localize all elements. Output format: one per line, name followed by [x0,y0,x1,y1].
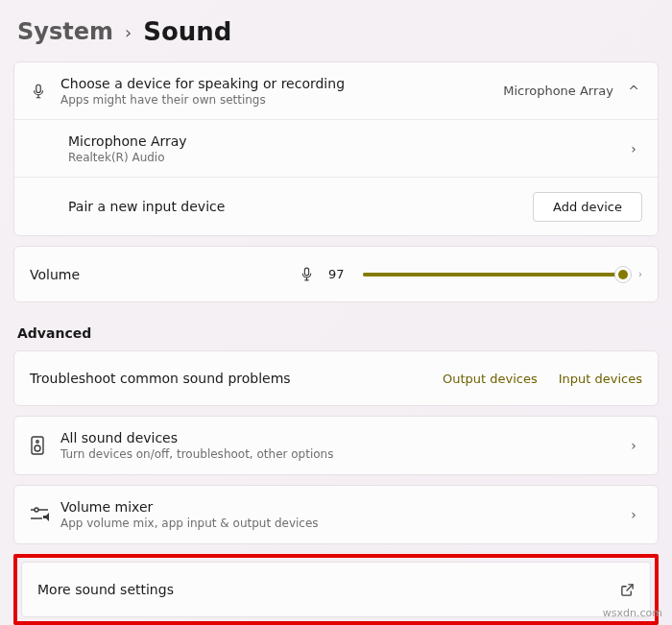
input-device-item[interactable]: Microphone Array Realtek(R) Audio › [14,120,658,178]
chevron-right-icon: › [625,507,642,522]
mixer-icon [30,506,60,523]
slider-thumb[interactable] [614,266,632,283]
svg-point-8 [35,445,40,451]
svg-point-10 [35,508,38,512]
selected-input-name: Microphone Array [503,84,613,98]
add-device-button[interactable]: Add device [533,192,642,222]
chevron-right-icon: › [125,22,132,42]
svg-line-12 [627,584,634,590]
mixer-sub: App volume mix, app input & output devic… [60,517,625,530]
troubleshoot-output-link[interactable]: Output devices [443,372,538,386]
highlight-box: More sound settings [13,554,659,625]
device-sub: Realtek(R) Audio [68,151,625,164]
chevron-right-icon: › [625,141,642,156]
more-sound-settings-row[interactable]: More sound settings [21,562,651,617]
pair-input-device-row: Pair a new input device Add device [14,178,658,235]
external-link-icon [620,583,635,597]
page-title: Sound [143,17,231,46]
input-device-group: Choose a device for speaking or recordin… [13,61,659,236]
troubleshoot-row: Troubleshoot common sound problems Outpu… [14,351,658,405]
chevron-up-icon: ^ [625,84,642,99]
troubleshoot-label: Troubleshoot common sound problems [30,371,443,386]
svg-point-7 [36,441,38,443]
slider-max-tick: › [638,269,642,279]
troubleshoot-group: Troubleshoot common sound problems Outpu… [13,350,659,406]
svg-rect-3 [304,268,308,276]
advanced-section-label: Advanced [17,325,659,341]
all-devices-title: All sound devices [60,430,625,445]
chevron-right-icon: › [625,438,642,453]
breadcrumb-parent[interactable]: System [17,18,113,45]
choose-input-title: Choose a device for speaking or recordin… [60,76,503,91]
choose-input-device-row[interactable]: Choose a device for speaking or recordin… [14,62,658,120]
volume-mixer-row[interactable]: Volume mixer App volume mix, app input &… [13,485,659,544]
watermark: wsxdn.com [603,607,662,619]
more-settings-title: More sound settings [37,582,620,597]
microphone-icon [30,83,60,100]
breadcrumb: System › Sound [13,17,659,46]
all-devices-sub: Turn devices on/off, troubleshoot, other… [60,447,625,461]
volume-value: 97 [328,267,355,281]
microphone-icon[interactable] [299,266,315,282]
troubleshoot-input-link[interactable]: Input devices [559,372,642,386]
pair-title: Pair a new input device [68,199,533,214]
svg-rect-0 [36,84,41,92]
all-sound-devices-row[interactable]: All sound devices Turn devices on/off, t… [13,416,659,475]
volume-label: Volume [30,267,299,282]
volume-slider[interactable] [363,273,631,276]
speaker-device-icon [30,436,60,455]
input-volume-row: Volume 97 › [14,247,658,301]
volume-group: Volume 97 › [13,246,659,302]
mixer-title: Volume mixer [60,499,625,515]
device-title: Microphone Array [68,133,625,149]
choose-input-sub: Apps might have their own settings [60,93,503,107]
